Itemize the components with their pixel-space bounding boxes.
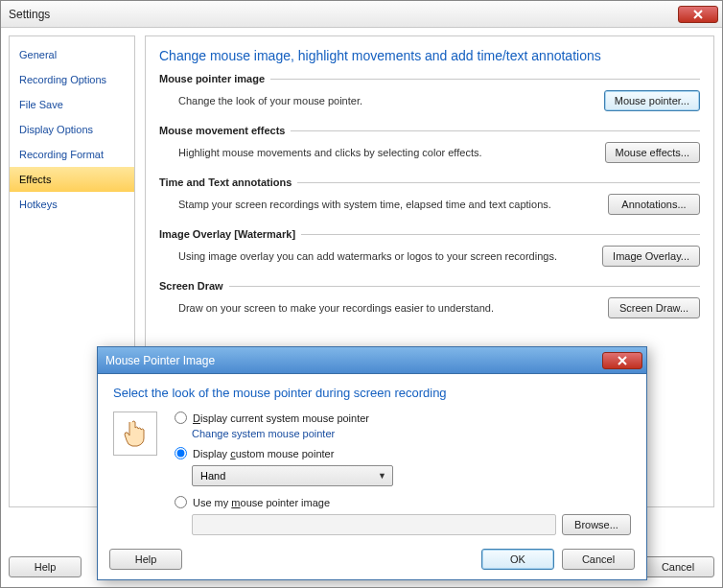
section-desc: Using image overlay you can add watermar…: [178, 250, 591, 262]
section-image-overlay: Image Overlay [Watermark] Using image ov…: [159, 228, 700, 267]
section-desc: Change the look of your mouse pointer.: [178, 95, 593, 106]
sidebar-item-hotkeys[interactable]: Hotkeys: [10, 192, 134, 217]
divider: [229, 286, 700, 287]
dialog-title: Mouse Pointer Image: [105, 354, 215, 367]
dialog-titlebar: Mouse Pointer Image: [98, 347, 646, 374]
section-heading: Image Overlay [Watermark]: [159, 228, 295, 240]
hand-pointer-icon: [123, 419, 148, 448]
section-heading: Mouse pointer image: [159, 73, 265, 84]
section-screen-draw: Screen Draw Draw on your screen to make …: [159, 280, 700, 318]
settings-close-button[interactable]: [678, 6, 718, 23]
section-heading: Time and Text annotations: [159, 176, 292, 188]
sidebar-item-recording-options[interactable]: Recording Options: [10, 67, 134, 92]
settings-titlebar: Settings: [1, 1, 722, 28]
page-title: Change mouse image, highlight movements …: [159, 48, 700, 63]
mouse-pointer-image-dialog: Mouse Pointer Image Select the look of t…: [97, 346, 647, 580]
link-change-system-pointer[interactable]: Change system mouse pointer: [175, 428, 631, 439]
section-desc: Draw on your screen to make your recordi…: [178, 302, 596, 314]
radio-custom-pointer[interactable]: [175, 447, 187, 459]
opt-display-system-pointer[interactable]: Display current system mouse pointer: [175, 412, 631, 424]
sidebar-item-effects[interactable]: Effects: [10, 167, 134, 192]
opt-display-custom-pointer[interactable]: Display custom mouse pointer: [175, 447, 631, 459]
close-icon: [618, 356, 627, 365]
settings-title: Settings: [9, 8, 50, 21]
divider: [270, 79, 700, 80]
custom-pointer-combo[interactable]: Hand ▼: [192, 465, 393, 486]
pointer-preview: [113, 412, 157, 456]
opt-use-my-pointer-image[interactable]: Use my mouse pointer image: [175, 496, 631, 508]
mouse-effects-button[interactable]: Mouse effects...: [605, 142, 700, 163]
sidebar-item-file-save[interactable]: File Save: [10, 92, 134, 117]
mouse-pointer-button[interactable]: Mouse pointer...: [604, 90, 700, 111]
dialog-ok-button[interactable]: OK: [481, 549, 554, 570]
help-button[interactable]: Help: [9, 556, 82, 577]
cancel-button[interactable]: Cancel: [641, 556, 714, 577]
dialog-help-button[interactable]: Help: [109, 549, 182, 570]
chevron-down-icon: ▼: [378, 471, 386, 481]
dialog-close-button[interactable]: [602, 352, 642, 369]
sidebar-item-display-options[interactable]: Display Options: [10, 117, 134, 142]
image-overlay-button[interactable]: Image Overlay...: [602, 246, 700, 267]
section-mouse-pointer-image: Mouse pointer image Change the look of y…: [159, 73, 700, 111]
dialog-cancel-button[interactable]: Cancel: [562, 549, 635, 570]
combo-value: Hand: [200, 470, 225, 482]
close-icon: [693, 10, 703, 19]
divider: [301, 234, 700, 235]
section-heading: Mouse movement effects: [159, 125, 285, 136]
browse-button[interactable]: Browse...: [562, 514, 631, 535]
radio-my-pointer[interactable]: [175, 496, 187, 508]
section-time-text-annotations: Time and Text annotations Stamp your scr…: [159, 176, 700, 215]
section-desc: Stamp your screen recordings with system…: [178, 199, 596, 210]
dialog-heading: Select the look of the mouse pointer dur…: [113, 386, 631, 400]
section-mouse-movement-effects: Mouse movement effects Highlight mouse m…: [159, 125, 700, 163]
divider: [297, 182, 700, 183]
section-desc: Highlight mouse movements and clicks by …: [178, 147, 594, 158]
screen-draw-button[interactable]: Screen Draw...: [608, 297, 700, 318]
sidebar-item-general[interactable]: General: [10, 42, 134, 67]
divider: [291, 130, 700, 131]
pointer-image-path-field[interactable]: [192, 514, 556, 535]
annotations-button[interactable]: Annotations...: [608, 194, 700, 215]
sidebar-item-recording-format[interactable]: Recording Format: [10, 142, 134, 167]
section-heading: Screen Draw: [159, 280, 223, 292]
radio-system-pointer[interactable]: [175, 412, 187, 424]
